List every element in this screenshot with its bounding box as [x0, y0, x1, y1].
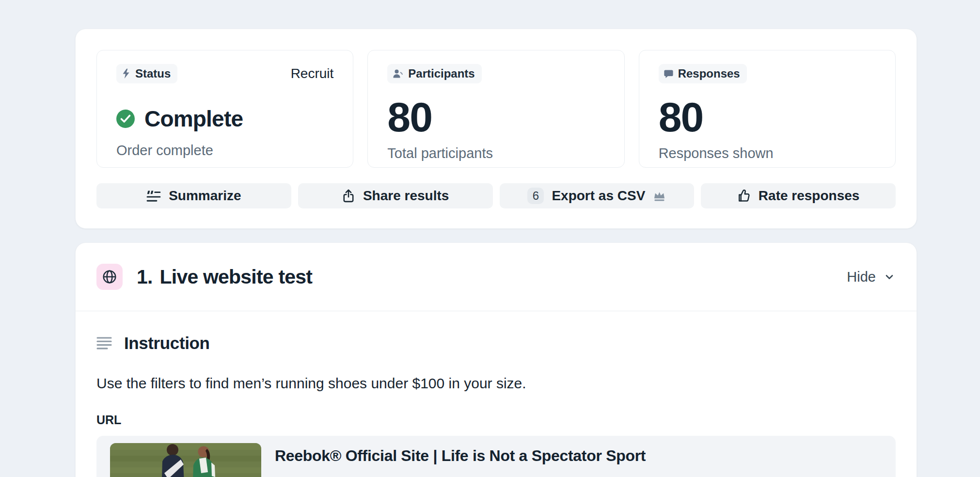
responses-card-header: Responses	[659, 64, 876, 83]
url-label: URL	[96, 413, 896, 427]
text-lines-icon	[96, 336, 112, 350]
summarize-label: Summarize	[169, 188, 241, 204]
link-preview-text: Reebok® Official Site | Life is Not a Sp…	[275, 443, 882, 477]
recruit-link[interactable]: Recruit	[291, 66, 334, 81]
link-title: Reebok® Official Site | Life is Not a Sp…	[275, 447, 882, 465]
instruction-heading: Instruction	[124, 334, 209, 353]
link-description: Discover Reebok Unisex's athletic shoes,…	[275, 475, 882, 477]
summarize-quote-icon	[146, 189, 161, 203]
responses-badge: Responses	[659, 64, 747, 83]
status-card-header: Status Recruit	[116, 64, 333, 83]
speech-bubble-icon	[664, 69, 674, 79]
crown-icon	[653, 190, 666, 202]
export-csv-label: Export as CSV	[552, 188, 645, 204]
lightning-icon	[121, 68, 131, 79]
check-circle-icon	[116, 110, 135, 128]
stat-card-responses: Responses 80 Responses shown	[639, 50, 896, 168]
participants-badge-label: Participants	[408, 67, 474, 80]
share-results-button[interactable]: Share results	[298, 183, 493, 208]
participants-count: 80	[387, 96, 604, 138]
status-caption: Order complete	[116, 143, 333, 159]
export-csv-button[interactable]: 6 Export as CSV	[500, 183, 695, 208]
link-preview-card[interactable]: Reebok® Official Site | Life is Not a Sp…	[96, 436, 896, 477]
participants-card-header: Participants	[387, 64, 604, 83]
share-results-label: Share results	[363, 188, 449, 204]
participants-caption: Total participants	[387, 145, 604, 161]
instruction-heading-row: Instruction	[96, 334, 896, 353]
section-title-text: Live website test	[160, 266, 313, 288]
section-number: 1.	[137, 266, 153, 288]
export-count-badge: 6	[527, 188, 544, 204]
status-badge: Status	[116, 64, 177, 83]
hide-label: Hide	[847, 269, 876, 285]
participants-badge: Participants	[387, 64, 481, 83]
responses-badge-label: Responses	[678, 67, 740, 80]
status-value-row: Complete	[116, 106, 333, 132]
section-title: 1. Live website test	[137, 266, 312, 288]
responses-count: 80	[659, 96, 876, 138]
status-value: Complete	[144, 106, 243, 132]
section-icon-tile	[96, 264, 123, 290]
user-icon	[392, 68, 404, 79]
summary-panel: Status Recruit Complete Order complete	[75, 29, 917, 229]
stat-card-status: Status Recruit Complete Order complete	[96, 50, 353, 168]
rate-responses-button[interactable]: Rate responses	[701, 183, 896, 208]
link-thumbnail-image	[110, 443, 261, 477]
responses-caption: Responses shown	[659, 145, 876, 161]
instruction-text: Use the filters to find men’s running sh…	[96, 375, 896, 392]
hide-dropdown[interactable]: Hide	[847, 269, 896, 285]
thumbs-up-icon	[737, 189, 751, 203]
share-icon	[342, 189, 355, 203]
stats-row: Status Recruit Complete Order complete	[96, 50, 896, 168]
summarize-button[interactable]: Summarize	[96, 183, 291, 208]
stat-card-participants: Participants 80 Total participants	[367, 50, 624, 168]
test-section-panel: 1. Live website test Hide Instructi	[75, 242, 917, 477]
status-badge-label: Status	[135, 67, 171, 80]
results-toolbar: Summarize Share results 6 Export as CSV	[96, 183, 896, 208]
globe-icon	[101, 269, 118, 285]
chevron-down-icon	[883, 270, 896, 283]
rate-responses-label: Rate responses	[759, 188, 860, 204]
section-body: Instruction Use the filters to find men’…	[76, 311, 917, 477]
section-header: 1. Live website test Hide	[76, 243, 917, 311]
